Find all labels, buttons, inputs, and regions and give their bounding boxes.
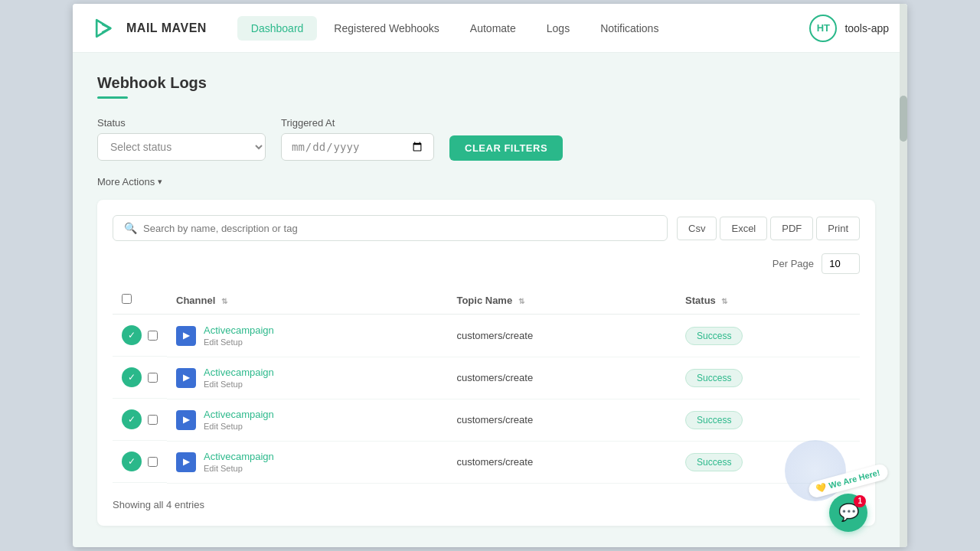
row-expand-1[interactable]: ✓	[122, 325, 142, 345]
status-filter-group: Status Select status Success Failed	[97, 117, 266, 161]
page-title-area: Webhook Logs	[97, 74, 875, 99]
row-checkbox-3[interactable]	[148, 415, 158, 425]
more-actions-label: More Actions	[97, 176, 155, 187]
row-controls-3: ✓	[113, 399, 167, 441]
topic-sort-icon: ⇅	[518, 297, 524, 305]
triggered-at-input[interactable]	[281, 133, 434, 161]
chat-badge: 1	[854, 495, 866, 507]
row-controls-4: ✓	[113, 441, 167, 483]
nav-dashboard[interactable]: Dashboard	[237, 16, 318, 41]
table-toolbar: 🔍 Csv Excel PDF Print	[113, 215, 860, 241]
logo-icon	[91, 15, 119, 42]
status-header[interactable]: Status ⇅	[676, 286, 860, 315]
row-topic-2: customers/create	[447, 357, 676, 399]
table-head: Channel ⇅ Topic Name ⇅ Status ⇅	[113, 286, 860, 315]
export-print-button[interactable]: Print	[816, 217, 860, 240]
channel-header[interactable]: Channel ⇅	[167, 286, 447, 315]
channel-name-3[interactable]: Activecampaign	[204, 409, 274, 420]
scroll-thumb[interactable]	[900, 96, 907, 142]
row-status-2: Success	[676, 357, 860, 399]
channel-edit-3[interactable]: Edit Setup	[204, 422, 274, 431]
export-excel-button[interactable]: Excel	[720, 217, 767, 240]
channel-edit-2[interactable]: Edit Setup	[204, 380, 274, 389]
table-card: 🔍 Csv Excel PDF Print Per Page	[97, 200, 875, 526]
per-page-row: Per Page	[113, 253, 860, 274]
channel-name-4[interactable]: Activecampaign	[204, 451, 274, 462]
row-channel-2: ▶ Activecampaign Edit Setup	[167, 357, 447, 399]
row-checkbox-2[interactable]	[148, 373, 158, 383]
row-expand-3[interactable]: ✓	[122, 409, 142, 429]
chat-emoji: 💛	[815, 481, 828, 493]
topic-header[interactable]: Topic Name ⇅	[447, 286, 676, 315]
status-header-label: Status	[685, 295, 716, 306]
row-checkbox-1[interactable]	[148, 331, 158, 341]
filters-row: Status Select status Success Failed Trig…	[97, 117, 875, 161]
export-csv-button[interactable]: Csv	[677, 217, 717, 240]
table-row: ✓ ▶ Activecampaign Edit Setup customers/…	[113, 315, 860, 357]
table-row: ✓ ▶ Activecampaign Edit Setup customers/…	[113, 399, 860, 441]
row-channel-4: ▶ Activecampaign Edit Setup	[167, 441, 447, 483]
export-buttons: Csv Excel PDF Print	[677, 217, 860, 240]
nav-automate[interactable]: Automate	[456, 16, 530, 41]
table-row: ✓ ▶ Activecampaign Edit Setup customers/…	[113, 441, 860, 483]
search-input[interactable]	[143, 223, 656, 234]
channel-edit-1[interactable]: Edit Setup	[204, 337, 274, 347]
row-status-3: Success	[676, 399, 860, 441]
row-channel-3: ▶ Activecampaign Edit Setup	[167, 399, 447, 441]
row-topic-4: customers/create	[447, 441, 676, 483]
channel-sort-icon: ⇅	[221, 297, 227, 305]
avatar[interactable]: HT	[809, 15, 837, 42]
channel-icon-4: ▶	[176, 452, 196, 472]
user-account: tools-app	[844, 22, 889, 34]
table-row: ✓ ▶ Activecampaign Edit Setup customers/…	[113, 357, 860, 399]
chat-widget: 💛 We Are Here! 💬 1	[808, 473, 889, 532]
row-controls-1: ✓	[113, 315, 167, 357]
channel-info-3: Activecampaign Edit Setup	[204, 409, 274, 431]
per-page-input[interactable]	[822, 253, 860, 274]
per-page-label: Per Page	[773, 258, 814, 269]
channel-info-1: Activecampaign Edit Setup	[204, 324, 274, 347]
more-actions-arrow: ▾	[158, 177, 162, 187]
status-sort-icon: ⇅	[721, 297, 727, 305]
triggered-at-filter-group: Triggered At	[281, 117, 434, 161]
nav-notifications[interactable]: Notifications	[586, 16, 672, 41]
table-header-row: Channel ⇅ Topic Name ⇅ Status ⇅	[113, 286, 860, 315]
row-channel-1: ▶ Activecampaign Edit Setup	[167, 315, 447, 357]
channel-name-2[interactable]: Activecampaign	[204, 367, 274, 378]
channel-info-4: Activecampaign Edit Setup	[204, 451, 274, 473]
page-title: Webhook Logs	[97, 74, 875, 92]
row-expand-4[interactable]: ✓	[122, 452, 142, 471]
channel-edit-4[interactable]: Edit Setup	[204, 464, 274, 473]
nav-registered-webhooks[interactable]: Registered Webhooks	[320, 16, 452, 41]
channel-name-1[interactable]: Activecampaign	[204, 324, 274, 336]
channel-info-2: Activecampaign Edit Setup	[204, 367, 274, 389]
data-table: Channel ⇅ Topic Name ⇅ Status ⇅	[113, 286, 860, 484]
more-actions-dropdown[interactable]: More Actions ▾	[97, 176, 875, 187]
search-icon: 🔍	[124, 222, 137, 234]
channel-header-label: Channel	[176, 295, 215, 306]
chat-bubble-button[interactable]: 💬 1	[829, 494, 867, 532]
select-all-checkbox[interactable]	[122, 294, 132, 304]
row-checkbox-4[interactable]	[148, 457, 158, 467]
row-controls-2: ✓	[113, 357, 167, 399]
row-topic-1: customers/create	[447, 315, 676, 357]
app-name: MAIL MAVEN	[126, 21, 207, 35]
triggered-at-label: Triggered At	[281, 117, 434, 129]
nav-links: Dashboard Registered Webhooks Automate L…	[237, 16, 810, 41]
channel-icon-3: ▶	[176, 410, 196, 430]
table-body: ✓ ▶ Activecampaign Edit Setup customers/…	[113, 315, 860, 484]
clear-filters-button[interactable]: CLEAR FILTERS	[449, 135, 563, 161]
nav-logs[interactable]: Logs	[533, 16, 583, 41]
row-expand-2[interactable]: ✓	[122, 367, 142, 387]
scrollbar[interactable]	[900, 4, 907, 547]
status-badge-1: Success	[685, 327, 743, 345]
select-all-header	[113, 286, 167, 315]
export-pdf-button[interactable]: PDF	[770, 217, 813, 240]
logo-area: MAIL MAVEN	[91, 15, 207, 42]
title-underline	[97, 96, 128, 99]
user-area: HT tools-app	[809, 15, 889, 42]
status-badge-2: Success	[685, 369, 743, 387]
topic-header-label: Topic Name	[456, 295, 512, 306]
main-content: Webhook Logs Status Select status Succes…	[73, 53, 907, 547]
status-select[interactable]: Select status Success Failed	[97, 133, 266, 161]
